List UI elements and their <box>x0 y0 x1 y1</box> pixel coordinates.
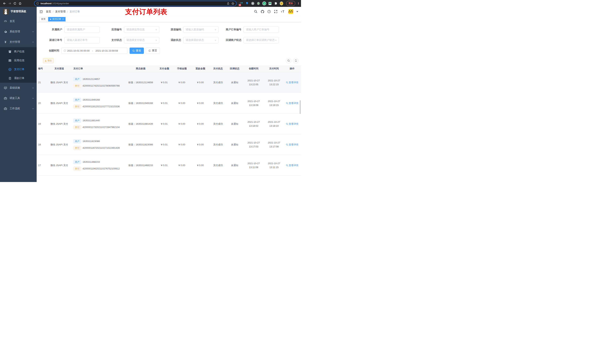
text-input[interactable]: 请输入商户订单编号 <box>244 26 279 33</box>
forward-button[interactable] <box>7 1 12 6</box>
extension-chat-icon[interactable] <box>268 1 272 6</box>
cell-notify-status: 未通知 <box>227 102 243 105</box>
filter-form: 所属商户请选择所属商户应用编号请选择应用信息渠道编码请输入渠道编码商户订单编号请… <box>37 26 301 43</box>
address-bar[interactable]: localhost:1024/pay/order <box>34 1 236 6</box>
cell-action[interactable]: 查看详情 <box>283 164 301 167</box>
cell-channel: 微信 JSAPI 支付 <box>46 122 72 125</box>
tab-1[interactable]: 支付订单✕ <box>48 17 65 21</box>
cell-action[interactable]: 查看详情 <box>283 81 301 84</box>
sidebar-subitem-label: 商户信息 <box>14 50 34 53</box>
merchant-tag: 商户 <box>73 98 81 102</box>
merchant-tag: 商户 <box>73 77 81 81</box>
font-size-icon[interactable]: TT <box>281 10 285 13</box>
extension-dot-icon[interactable] <box>256 1 260 6</box>
select-input[interactable]: 请输入渠道编码 <box>183 26 218 33</box>
cell-status: 支付成功 <box>209 143 227 146</box>
avatar-dropdown-icon[interactable] <box>296 11 298 12</box>
cell-action[interactable]: 查看详情 <box>283 143 301 146</box>
tab-close-icon[interactable]: ✕ <box>62 18 64 20</box>
export-button[interactable]: 导出 <box>43 58 54 63</box>
page-scrollbar[interactable] <box>300 100 301 114</box>
reset-button[interactable]: 重置 <box>146 48 160 54</box>
sidebar-item-4[interactable]: 研发工具 <box>0 93 37 104</box>
cell-fee: ¥ 0.00 <box>172 81 192 84</box>
browser-toolbar: localhost:1024/pay/order 10 ⌘ y <box>0 0 301 7</box>
view-detail-link[interactable]: 查看详情 <box>286 122 298 125</box>
reload-button[interactable] <box>12 1 17 6</box>
merchant-order-line: 商户1635311949168 <box>73 98 100 102</box>
sidebar-subitem-3[interactable]: 退款订单 <box>0 74 37 83</box>
sidebar-toggle-icon[interactable] <box>39 10 43 13</box>
sidebar-item-label: 工作流程 <box>10 107 29 110</box>
cell-action[interactable]: 查看详情 <box>283 122 301 125</box>
chevron-down-icon <box>155 39 157 41</box>
magnifier-icon <box>286 123 288 125</box>
sidebar-item-5[interactable]: 工作流程 <box>0 104 37 114</box>
chevron-down-icon <box>214 39 216 41</box>
select-input[interactable]: 请选择应用信息 <box>124 26 159 33</box>
view-detail-link[interactable]: 查看详情 <box>286 143 298 146</box>
merchant-order-line: 商户1635311881440 <box>73 119 100 123</box>
github-icon[interactable] <box>261 10 264 13</box>
help-icon[interactable]: ? <box>267 10 271 13</box>
sidebar-item-1[interactable]: 系统管理 <box>0 26 37 37</box>
bookmark-star-icon[interactable] <box>231 2 234 5</box>
extension-smiley-icon[interactable] <box>279 1 283 6</box>
select-input[interactable]: 请选择退款状态 <box>183 37 218 43</box>
column-header-1: 支付渠道 <box>46 67 72 70</box>
browser-update-button[interactable]: 更新 <box>286 1 295 6</box>
date-range-input[interactable]: 2021-10-01 00:00:00 - 2021-10-31 23:59:5… <box>62 48 127 54</box>
tab-0[interactable]: 首页 <box>39 17 47 21</box>
select-input[interactable]: 请选择订单回调商户状态 <box>244 37 279 43</box>
breadcrumb-item-2: 支付订单 <box>70 10 80 13</box>
filter-field: 退款状态请选择退款状态 <box>159 37 218 43</box>
extension-command-icon[interactable]: ⌘ <box>251 1 255 6</box>
cell-title: 标题：1635312124656 <box>125 81 156 84</box>
pay-order-line: 支付4200001174202110278060590766 <box>73 84 120 88</box>
text-input[interactable]: 请选择所属商户 <box>64 26 100 33</box>
sidebar-subitem-2[interactable]: ¥支付订单 <box>0 65 37 74</box>
cell-paid-time: 2021-10-2713:11:15 <box>265 161 283 169</box>
show-search-button[interactable] <box>286 58 291 63</box>
view-detail-link[interactable]: 查看详情 <box>286 102 298 105</box>
sidebar-item-0[interactable]: 首页 <box>0 16 37 26</box>
field-label: 应用编号 <box>100 28 124 31</box>
extension-puzzle-icon[interactable] <box>274 1 278 6</box>
chevron-down-icon <box>32 31 34 33</box>
filter-field: 所属商户请选择所属商户 <box>40 26 100 33</box>
back-button[interactable] <box>2 1 7 6</box>
pay-tag: 支付 <box>73 146 81 150</box>
site-info-icon[interactable] <box>36 2 39 5</box>
cell-amount: ¥ 0.01 <box>156 164 172 167</box>
home-button[interactable] <box>17 1 22 6</box>
dashboard-icon <box>4 20 7 23</box>
sidebar-item-3[interactable]: 基础设施 <box>0 83 37 93</box>
browser-menu-icon[interactable]: ••• <box>298 2 299 5</box>
extension-balloon-icon[interactable] <box>245 1 249 6</box>
text-input[interactable]: 请输入渠道订单号 <box>64 37 100 43</box>
annotation-title: 支付订单列表 <box>125 7 167 16</box>
app-logo[interactable]: 芋道管理系统 <box>0 7 37 16</box>
select-input[interactable]: 请选择支付状态 <box>124 37 159 43</box>
breadcrumb-item-1[interactable]: 支付管理 <box>55 10 65 13</box>
search-button[interactable]: 搜索 <box>129 48 144 54</box>
header-search-icon[interactable] <box>254 10 258 13</box>
view-detail-link[interactable]: 查看详情 <box>286 81 298 84</box>
sidebar-subitem-0[interactable]: 商户信息 <box>0 47 37 56</box>
refresh-table-button[interactable] <box>293 58 298 63</box>
extension-boxes-icon[interactable]: 10 <box>239 1 243 6</box>
sidebar-item-2[interactable]: ¥支付管理 <box>0 37 37 47</box>
cell-title: 标题：1635311823086 <box>125 143 156 146</box>
user-avatar[interactable] <box>288 9 293 14</box>
clock-icon <box>64 49 66 52</box>
cell-created-time: 2021-10-2713:19:09 <box>243 99 265 107</box>
view-detail-link[interactable]: 查看详情 <box>286 164 298 167</box>
extension-y-icon[interactable]: y <box>262 1 266 6</box>
cell-status: 支付成功 <box>209 122 227 125</box>
pay-order-line: 支付4200001181202110277723215336 <box>73 104 120 109</box>
share-icon[interactable] <box>227 2 230 5</box>
cell-action[interactable]: 查看详情 <box>283 102 301 105</box>
breadcrumb-item-0[interactable]: 首页 <box>46 10 51 13</box>
fullscreen-icon[interactable] <box>274 10 278 13</box>
sidebar-subitem-1[interactable]: 应用信息 <box>0 56 37 65</box>
